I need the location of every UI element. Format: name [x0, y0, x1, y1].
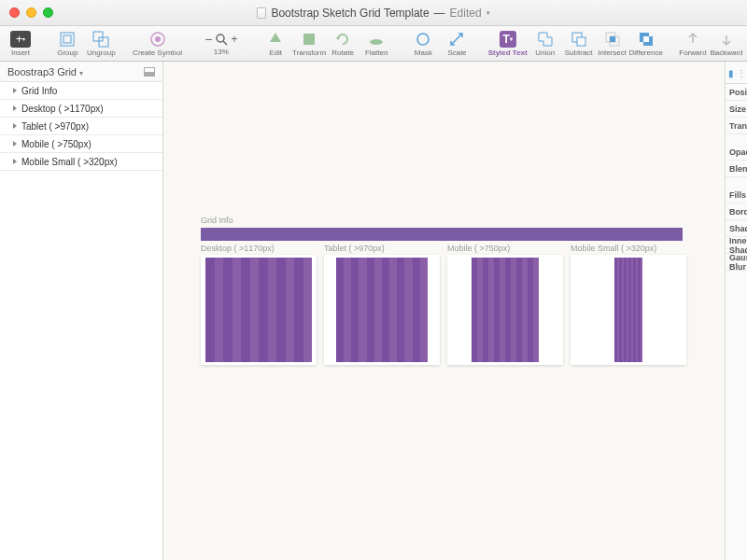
artboard-label[interactable]: Mobile ( >750px): [447, 244, 563, 253]
minimize-window[interactable]: [26, 7, 36, 18]
flatten-button[interactable]: Flatten: [361, 27, 391, 61]
create-symbol-label: Create Symbol: [133, 49, 182, 57]
forward-icon: [684, 31, 701, 48]
insert-label: Insert: [11, 49, 30, 57]
svg-rect-0: [61, 33, 74, 46]
artboard-labels-row: Desktop ( >1170px) Tablet ( >970px) Mobi…: [201, 244, 686, 253]
close-window[interactable]: [9, 7, 20, 18]
mask-button[interactable]: Mask: [408, 27, 438, 61]
traffic-lights: [9, 7, 53, 18]
zoom-in-icon[interactable]: +: [231, 33, 237, 46]
subtract-button[interactable]: Subtract: [564, 27, 594, 61]
difference-button[interactable]: Difference: [631, 27, 661, 61]
svg-rect-12: [577, 37, 585, 46]
svg-rect-3: [99, 37, 108, 47]
svg-point-10: [417, 34, 429, 45]
inspector-tabs: ▮ ⋮: [726, 63, 747, 84]
mask-icon: [415, 31, 431, 48]
titlebar: Bootstrap Sketch Grid Template — Edited …: [0, 0, 747, 26]
svg-line-7: [223, 41, 227, 45]
intersect-icon: [604, 31, 621, 48]
svg-point-5: [155, 36, 161, 42]
page-grid-icon[interactable]: [144, 67, 155, 77]
chevron-down-icon: ▾: [79, 69, 83, 77]
artboard-grid-info[interactable]: [201, 228, 683, 241]
zoom-window[interactable]: [43, 7, 53, 18]
inspector-panel: ▮ ⋮ Position Size Transform Opacity Blen…: [725, 62, 747, 560]
scale-button[interactable]: Scale: [442, 27, 472, 61]
scale-icon: [448, 31, 465, 48]
layer-item[interactable]: Desktop ( >1170px): [0, 100, 162, 118]
inspector-borders[interactable]: Borders: [726, 203, 747, 220]
title-sep: —: [434, 7, 445, 20]
layer-label: Mobile Small ( >320px): [21, 157, 118, 167]
create-symbol-button[interactable]: Create Symbol: [134, 27, 182, 61]
group-label: Group: [57, 49, 78, 57]
toolbar: +▾ Insert Group Ungroup Create Symbol − …: [0, 26, 747, 62]
artboard-desktop[interactable]: [201, 255, 317, 365]
intersect-button[interactable]: Intersect: [598, 27, 627, 61]
ungroup-label: Ungroup: [87, 49, 116, 57]
layer-item[interactable]: Tablet ( >970px): [0, 118, 162, 135]
transform-icon: [301, 31, 317, 48]
inspector-gaussian[interactable]: Gaussian Blur: [726, 254, 747, 271]
inspector-shadows[interactable]: Shadows: [726, 220, 747, 237]
layer-label: Grid Info: [21, 86, 57, 96]
artboard-label[interactable]: Tablet ( >970px): [324, 244, 440, 253]
layer-item[interactable]: Grid Info: [0, 82, 162, 100]
intersect-label: Intersect: [598, 49, 627, 57]
artboard-label[interactable]: Desktop ( >1170px): [201, 244, 317, 253]
artboard-tablet[interactable]: [324, 255, 440, 365]
backward-button[interactable]: Backward: [712, 27, 741, 61]
union-label: Union: [535, 49, 555, 57]
zoom-controls[interactable]: − + 13%: [199, 27, 244, 61]
backward-icon: [718, 31, 735, 48]
flatten-label: Flatten: [365, 49, 388, 57]
svg-rect-8: [303, 34, 315, 45]
flatten-icon: [368, 31, 385, 48]
document-icon: [257, 7, 266, 19]
artboard-label[interactable]: Mobile Small ( >320px): [571, 244, 686, 253]
layer-item[interactable]: Mobile Small ( >320px): [0, 153, 162, 171]
svg-point-6: [217, 35, 224, 42]
chevron-down-icon: ▾: [486, 9, 490, 17]
union-icon: [537, 31, 554, 48]
union-button[interactable]: Union: [530, 27, 560, 61]
artboard-label-info[interactable]: Grid Info: [201, 216, 686, 225]
transform-label: Transform: [292, 49, 326, 57]
forward-label: Forward: [679, 49, 706, 57]
inspector-inner[interactable]: Inner Shadows: [726, 237, 747, 254]
inspector-transform: Transform: [726, 118, 747, 134]
canvas[interactable]: Grid Info Desktop ( >1170px) Tablet ( >9…: [163, 62, 725, 560]
group-button[interactable]: Group: [52, 27, 82, 61]
text-icon: T▾: [500, 31, 516, 48]
subtract-icon: [571, 31, 587, 48]
inspector-tab-align[interactable]: ▮: [726, 63, 737, 82]
svg-rect-15: [610, 36, 615, 42]
rotate-button[interactable]: Rotate: [328, 27, 358, 61]
svg-rect-2: [93, 32, 103, 41]
layer-item[interactable]: Mobile ( >750px): [0, 135, 162, 153]
layer-label: Mobile ( >750px): [21, 139, 92, 149]
styled-text-button[interactable]: T▾Styled Text: [489, 27, 527, 61]
backward-label: Backward: [710, 49, 742, 57]
layers-panel: Boostrap3 Grid ▾ Grid Info Desktop ( >11…: [0, 62, 163, 560]
insert-button[interactable]: +▾ Insert: [6, 27, 35, 61]
transform-button[interactable]: Transform: [294, 27, 324, 61]
inspector-tab-other[interactable]: ⋮: [737, 63, 748, 82]
window-title[interactable]: Bootstrap Sketch Grid Template — Edited …: [257, 7, 489, 20]
artboards-container: Grid Info Desktop ( >1170px) Tablet ( >9…: [201, 216, 686, 365]
inspector-fills[interactable]: Fills: [726, 187, 747, 203]
symbol-icon: [149, 31, 166, 48]
inspector-position: Position: [726, 84, 747, 101]
inspector-blending: Blending: [726, 161, 747, 177]
ungroup-button[interactable]: Ungroup: [86, 27, 116, 61]
forward-button[interactable]: Forward: [678, 27, 708, 61]
page-selector[interactable]: Boostrap3 Grid ▾: [0, 62, 162, 82]
zoom-out-icon[interactable]: −: [204, 32, 212, 47]
edit-button[interactable]: Edit: [261, 27, 290, 61]
artboard-mobile[interactable]: [447, 255, 563, 365]
artboard-mobile-small[interactable]: [571, 255, 686, 365]
rotate-icon: [334, 31, 351, 48]
svg-rect-1: [63, 35, 71, 43]
